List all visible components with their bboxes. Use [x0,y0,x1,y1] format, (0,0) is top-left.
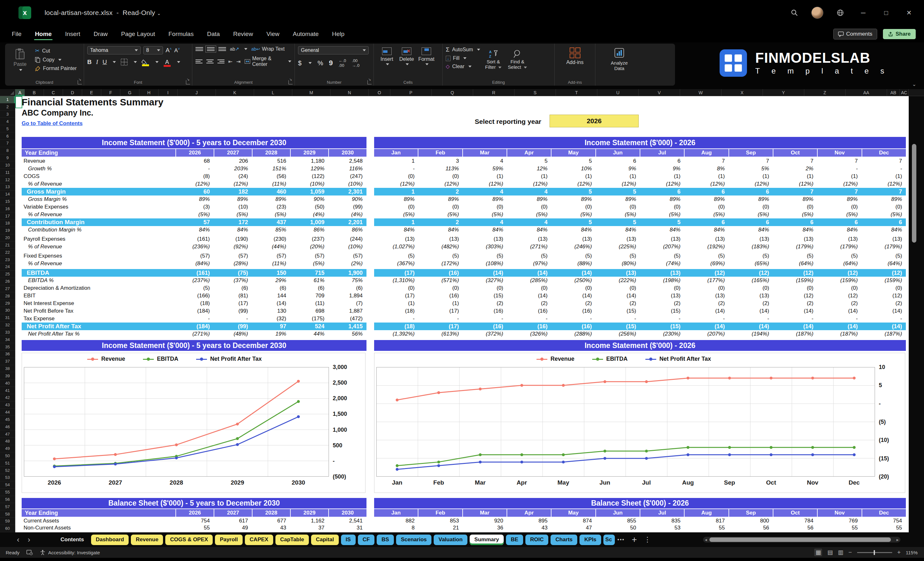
row-header-48[interactable]: 48 [0,438,15,445]
sheet-tab-charts[interactable]: Charts [550,535,577,545]
row-header-41[interactable]: 41 [0,387,15,394]
menu-tab-draw[interactable]: Draw [87,27,114,41]
close-button[interactable]: ✕ [903,7,915,19]
globe-icon[interactable] [834,7,846,19]
delete-cells-button[interactable]: ✕ Delete [397,46,417,78]
row-header-40[interactable]: 40 [0,380,15,387]
row-header-20[interactable]: 20 [0,234,15,242]
sheet-tab-valuation[interactable]: Valuation [434,535,467,545]
column-header-N[interactable]: N [330,89,369,96]
table-of-contents-link[interactable]: Go to Table of Contents [22,120,82,127]
sheet-tab-contents[interactable]: Contents [56,535,89,545]
zoom-out-button[interactable]: − [849,549,852,556]
row-header-19[interactable]: 19 [0,227,15,234]
row-header-44[interactable]: 44 [0,409,15,416]
column-header-R[interactable]: R [473,89,514,96]
row-header-30[interactable]: 30 [0,307,15,314]
row-header-53[interactable]: 53 [0,474,15,482]
menu-tab-page-layout[interactable]: Page Layout [114,27,162,41]
row-header-3[interactable]: 3 [0,111,15,118]
column-header-U[interactable]: U [597,89,639,96]
row-header-27[interactable]: 27 [0,285,15,292]
increase-decimal-button[interactable]: ←.0.00 [339,58,346,68]
row-header-24[interactable]: 24 [0,263,15,271]
column-header-P[interactable]: P [390,89,432,96]
row-header-47[interactable]: 47 [0,430,15,438]
column-header-H[interactable]: H [140,89,159,96]
column-header-Z[interactable]: Z [804,89,846,96]
zoom-level[interactable]: 115% [906,550,918,555]
orientation-button[interactable]: ab↗ [230,46,239,52]
row-header-58[interactable]: 58 [0,510,15,518]
normal-view-button[interactable]: ▦ [814,549,822,556]
sheet-options-button[interactable]: ⋮ [644,536,651,544]
row-header-8[interactable]: 8 [0,147,15,154]
font-dialog-launcher[interactable] [186,80,190,84]
zoom-slider[interactable] [857,552,892,553]
format-cells-button[interactable]: Format [417,46,436,78]
copy-button[interactable]: Copy [35,57,77,63]
addins-button[interactable]: Add-ins [558,46,592,65]
tab-overflow-dots[interactable]: ••• [617,537,625,543]
row-header-59[interactable]: 59 [0,518,15,525]
font-color-button[interactable]: A [163,59,171,66]
row-header-26[interactable]: 26 [0,278,15,285]
select-all-corner[interactable] [0,89,15,96]
row-header-54[interactable]: 54 [0,482,15,489]
row-header-50[interactable]: 50 [0,452,15,460]
row-header-22[interactable]: 22 [0,249,15,256]
column-header-G[interactable]: G [120,89,140,96]
sheet-tab-dashboard[interactable]: Dashboard [91,535,129,545]
shrink-font-button[interactable]: A˅ [174,47,180,54]
menu-tab-review[interactable]: Review [226,27,260,41]
collapse-ribbon-icon[interactable]: ⌄ [912,81,916,87]
row-header-43[interactable]: 43 [0,402,15,409]
horizontal-scrollbar[interactable]: ◂ ▸ [703,537,900,543]
sheet-tab-capital[interactable]: Capital [311,535,339,545]
row-header-2[interactable]: 2 [0,104,15,111]
font-size-select[interactable]: 8 [143,46,163,54]
sheet-tab-capex[interactable]: CAPEX [245,535,273,545]
row-header-42[interactable]: 42 [0,394,15,402]
column-header-A[interactable]: A [15,89,25,96]
decrease-decimal-button[interactable]: .00→.0 [352,58,360,68]
cut-button[interactable]: ✂ Cut [35,48,77,54]
column-header-Y[interactable]: Y [763,89,804,96]
maximize-button[interactable]: □ [880,7,892,19]
row-header-37[interactable]: 37 [0,358,15,365]
column-header-Q[interactable]: Q [432,89,473,96]
account-avatar[interactable] [811,7,824,19]
row-header-28[interactable]: 28 [0,292,15,300]
font-color-dropdown-icon[interactable] [177,61,180,63]
share-button[interactable]: Share [883,29,916,39]
analyze-data-button[interactable]: AnalyzeData [598,46,640,71]
accessibility-status[interactable]: Accessibility: Investigate [40,549,100,555]
row-header-15[interactable]: 15 [0,198,15,206]
sheet-tab-cf[interactable]: CF [358,535,375,545]
zoom-slider-handle[interactable] [874,550,875,555]
menu-tab-automate[interactable]: Automate [286,27,325,41]
percent-style-button[interactable]: % [318,60,323,67]
column-header-I[interactable]: I [159,89,178,96]
search-icon[interactable] [788,7,801,19]
paste-dropdown-icon[interactable] [19,69,22,71]
row-header-11[interactable]: 11 [0,169,15,176]
column-header-M[interactable]: M [292,89,330,96]
row-header-49[interactable]: 49 [0,445,15,452]
borders-dropdown-icon[interactable] [134,61,137,63]
row-header-38[interactable]: 38 [0,365,15,372]
find-select-button[interactable]: Find & Select [508,49,527,72]
sort-filter-button[interactable]: AZ Sort & Filter [485,49,502,72]
borders-button[interactable] [120,58,128,66]
row-header-6[interactable]: 6 [0,132,15,140]
reporting-year-input[interactable]: 2026 [549,115,639,128]
column-header-AC[interactable]: AC [900,89,909,96]
row-header-9[interactable]: 9 [0,154,15,162]
sheet-tab-summary[interactable]: Summary [470,535,504,545]
decrease-indent-button[interactable]: ⇤ [228,58,232,64]
sheet-tab-kpis[interactable]: KPIs [579,535,601,545]
fill-button[interactable]: ↓Fill [446,56,480,61]
align-top-button[interactable] [195,47,203,51]
prev-sheets-button[interactable]: ‹ [13,535,24,544]
align-bottom-button[interactable] [218,47,226,51]
